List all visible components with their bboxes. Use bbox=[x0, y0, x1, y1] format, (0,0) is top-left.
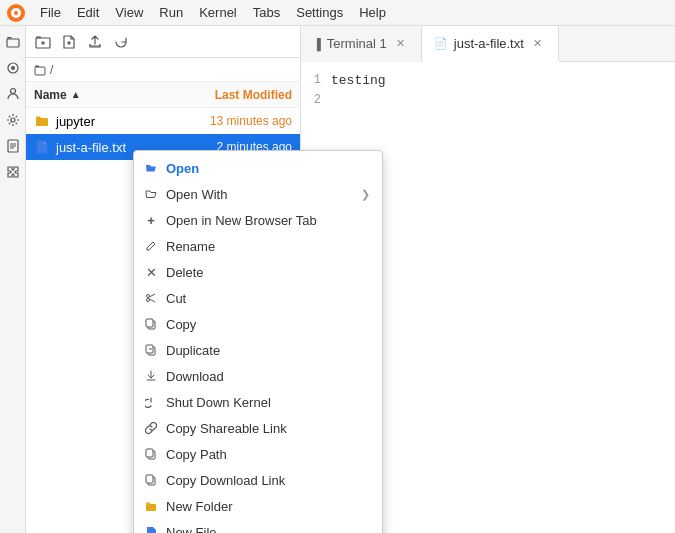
context-cut-label: Cut bbox=[166, 291, 370, 306]
submenu-arrow-icon: ❯ bbox=[361, 188, 370, 201]
copy-icon bbox=[144, 317, 158, 331]
duplicate-icon bbox=[144, 343, 158, 357]
file-name: jupyter bbox=[56, 114, 210, 129]
breadcrumb-text: / bbox=[50, 63, 53, 77]
svg-rect-30 bbox=[146, 504, 156, 511]
copy-download-icon bbox=[144, 473, 158, 487]
context-new-folder[interactable]: New Folder bbox=[134, 493, 382, 519]
menu-settings[interactable]: Settings bbox=[288, 3, 351, 22]
context-open-browser[interactable]: + Open in New Browser Tab bbox=[134, 207, 382, 233]
line-number-2: 2 bbox=[301, 93, 331, 107]
sidebar-puzzle-btn[interactable] bbox=[1, 160, 25, 184]
menu-help[interactable]: Help bbox=[351, 3, 394, 22]
editor-line-1: 1 testing bbox=[301, 70, 675, 90]
tab-terminal1-label: Terminal 1 bbox=[327, 36, 387, 51]
download-icon bbox=[144, 369, 158, 383]
context-copy-path[interactable]: Copy Path bbox=[134, 441, 382, 467]
folder-open-icon bbox=[144, 161, 158, 175]
column-name-header[interactable]: Name ▲ bbox=[34, 88, 215, 102]
context-open-label: Open bbox=[166, 161, 370, 176]
svg-point-5 bbox=[11, 66, 15, 70]
icon-sidebar bbox=[0, 26, 26, 533]
open-with-icon bbox=[144, 187, 158, 201]
context-shutdown[interactable]: Shut Down Kernel bbox=[134, 389, 382, 415]
line-number-1: 1 bbox=[301, 73, 331, 87]
context-download[interactable]: Download bbox=[134, 363, 382, 389]
sidebar-circle-btn[interactable] bbox=[1, 56, 25, 80]
menu-file[interactable]: File bbox=[32, 3, 69, 22]
svg-rect-3 bbox=[7, 39, 19, 47]
new-file-btn[interactable] bbox=[58, 31, 80, 53]
folder-icon bbox=[34, 113, 50, 129]
link-icon bbox=[144, 421, 158, 435]
context-download-label: Download bbox=[166, 369, 370, 384]
svg-rect-27 bbox=[146, 449, 153, 457]
file-toolbar bbox=[26, 26, 300, 58]
context-duplicate[interactable]: Duplicate bbox=[134, 337, 382, 363]
txt-file-icon bbox=[34, 139, 50, 155]
svg-rect-22 bbox=[146, 319, 153, 327]
context-open[interactable]: Open bbox=[134, 155, 382, 181]
x-icon: ✕ bbox=[144, 265, 158, 279]
tab-bar: ▐ Terminal 1 ✕ 📄 just-a-file.txt ✕ bbox=[301, 26, 675, 62]
context-copy-path-label: Copy Path bbox=[166, 447, 370, 462]
context-rename-label: Rename bbox=[166, 239, 370, 254]
menubar: File Edit View Run Kernel Tabs Settings … bbox=[0, 0, 675, 26]
tab-just-a-file[interactable]: 📄 just-a-file.txt ✕ bbox=[422, 26, 559, 62]
svg-point-20 bbox=[147, 299, 150, 302]
new-file-icon bbox=[144, 525, 158, 533]
context-duplicate-label: Duplicate bbox=[166, 343, 370, 358]
context-new-file[interactable]: New File bbox=[134, 519, 382, 533]
terminal-icon: ▐ bbox=[313, 38, 321, 50]
context-open-with[interactable]: Open With ❯ bbox=[134, 181, 382, 207]
menu-tabs[interactable]: Tabs bbox=[245, 3, 288, 22]
file-list-header: Name ▲ Last Modified bbox=[26, 82, 300, 108]
scissors-icon bbox=[144, 291, 158, 305]
context-delete-label: Delete bbox=[166, 265, 370, 280]
tab-terminal1[interactable]: ▐ Terminal 1 ✕ bbox=[301, 26, 422, 62]
context-copy-label: Copy bbox=[166, 317, 370, 332]
context-copy-shareable[interactable]: Copy Shareable Link bbox=[134, 415, 382, 441]
context-open-with-label: Open With bbox=[166, 187, 353, 202]
context-copy[interactable]: Copy bbox=[134, 311, 382, 337]
menu-kernel[interactable]: Kernel bbox=[191, 3, 245, 22]
svg-rect-18 bbox=[36, 118, 48, 126]
svg-point-19 bbox=[147, 295, 150, 298]
menu-edit[interactable]: Edit bbox=[69, 3, 107, 22]
file-item-jupyter[interactable]: jupyter 13 minutes ago bbox=[26, 108, 300, 134]
app-logo bbox=[6, 3, 26, 23]
tab-terminal1-close[interactable]: ✕ bbox=[393, 36, 409, 52]
menu-view[interactable]: View bbox=[107, 3, 151, 22]
sidebar-person-btn[interactable] bbox=[1, 82, 25, 106]
context-menu: Open Open With ❯ + Open in New Browser T… bbox=[133, 150, 383, 533]
context-rename[interactable]: Rename bbox=[134, 233, 382, 259]
line-content-1: testing bbox=[331, 73, 386, 88]
sidebar-gear-btn[interactable] bbox=[1, 108, 25, 132]
svg-point-6 bbox=[10, 89, 15, 94]
context-delete[interactable]: ✕ Delete bbox=[134, 259, 382, 285]
new-folder-btn[interactable] bbox=[32, 31, 54, 53]
context-new-folder-label: New Folder bbox=[166, 499, 370, 514]
context-shutdown-label: Shut Down Kernel bbox=[166, 395, 370, 410]
column-modified-header[interactable]: Last Modified bbox=[215, 88, 292, 102]
upload-btn[interactable] bbox=[84, 31, 106, 53]
file-modified: 13 minutes ago bbox=[210, 114, 292, 128]
breadcrumb: / bbox=[26, 58, 300, 82]
context-cut[interactable]: Cut bbox=[134, 285, 382, 311]
power-icon bbox=[144, 395, 158, 409]
context-new-file-label: New File bbox=[166, 525, 370, 534]
tab-just-a-file-label: just-a-file.txt bbox=[454, 36, 524, 51]
new-folder-icon bbox=[144, 499, 158, 513]
menu-run[interactable]: Run bbox=[151, 3, 191, 22]
refresh-btn[interactable] bbox=[110, 31, 132, 53]
svg-point-2 bbox=[14, 11, 18, 15]
svg-rect-29 bbox=[146, 475, 153, 483]
sidebar-folder-btn[interactable] bbox=[1, 30, 25, 54]
pencil-icon bbox=[144, 239, 158, 253]
context-copy-download[interactable]: Copy Download Link bbox=[134, 467, 382, 493]
sidebar-doc-btn[interactable] bbox=[1, 134, 25, 158]
editor-line-2: 2 bbox=[301, 90, 675, 110]
plus-icon: + bbox=[144, 213, 158, 227]
svg-rect-17 bbox=[35, 67, 45, 75]
tab-just-a-file-close[interactable]: ✕ bbox=[530, 35, 546, 51]
